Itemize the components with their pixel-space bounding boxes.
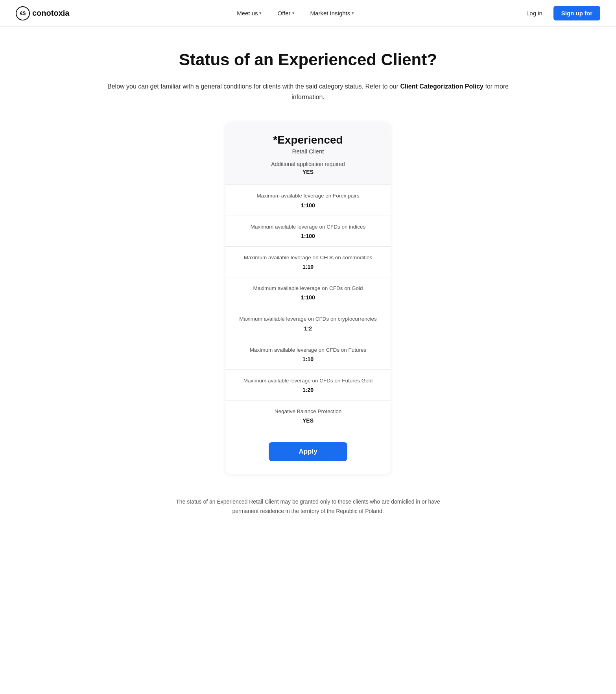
footer-note: The status of an Experienced Retail Clie… bbox=[166, 497, 450, 516]
nav-item-market-insights[interactable]: Market Insights ▾ bbox=[309, 7, 356, 20]
experienced-client-card: *Experienced Retail Client Additional ap… bbox=[225, 122, 391, 474]
leverage-gold-value: 1:100 bbox=[237, 294, 379, 301]
chevron-down-icon: ▾ bbox=[352, 11, 354, 16]
leverage-crypto-value: 1:2 bbox=[237, 325, 379, 332]
leverage-indices-row: Maximum available leverage on CFDs on in… bbox=[225, 216, 391, 247]
nav-item-offer[interactable]: Offer ▾ bbox=[276, 7, 296, 20]
leverage-gold-row: Maximum available leverage on CFDs on Go… bbox=[225, 277, 391, 308]
leverage-futures-label: Maximum available leverage on CFDs on Fu… bbox=[237, 346, 379, 354]
categorization-policy-link[interactable]: Client Categorization Policy bbox=[400, 83, 483, 90]
negative-balance-label: Negative Balance Protection bbox=[237, 408, 379, 415]
card-subtitle: Retail Client bbox=[237, 148, 379, 155]
navbar: €$ conotoxia Meet us ▾ Offer ▾ Market In… bbox=[0, 0, 616, 27]
logo-icon: €$ bbox=[16, 6, 30, 20]
leverage-futures-row: Maximum available leverage on CFDs on Fu… bbox=[225, 339, 391, 370]
card-header: *Experienced Retail Client Additional ap… bbox=[225, 122, 391, 185]
signup-button[interactable]: Sign up for bbox=[553, 6, 600, 20]
leverage-commodities-row: Maximum available leverage on CFDs on co… bbox=[225, 247, 391, 277]
subtitle-before-link: Below you can get familiar with a genera… bbox=[107, 83, 398, 90]
main-content: Status of an Experienced Client? Below y… bbox=[92, 27, 524, 548]
leverage-futures-gold-label: Maximum available leverage on CFDs on Fu… bbox=[237, 377, 379, 385]
logo[interactable]: €$ conotoxia bbox=[16, 6, 69, 20]
logo-text: conotoxia bbox=[32, 9, 69, 18]
leverage-crypto-row: Maximum available leverage on CFDs on cr… bbox=[225, 308, 391, 339]
apply-button[interactable]: Apply bbox=[269, 442, 347, 461]
login-button[interactable]: Log in bbox=[522, 7, 547, 20]
leverage-commodities-label: Maximum available leverage on CFDs on co… bbox=[237, 254, 379, 262]
leverage-commodities-value: 1:10 bbox=[237, 264, 379, 270]
leverage-forex-label: Maximum available leverage on Forex pair… bbox=[237, 192, 379, 200]
nav-item-market-insights-label: Market Insights bbox=[310, 10, 350, 17]
nav-center: Meet us ▾ Offer ▾ Market Insights ▾ bbox=[235, 7, 356, 20]
leverage-crypto-label: Maximum available leverage on CFDs on cr… bbox=[237, 315, 379, 323]
leverage-forex-row: Maximum available leverage on Forex pair… bbox=[225, 185, 391, 216]
card-body: Maximum available leverage on Forex pair… bbox=[225, 185, 391, 431]
leverage-futures-gold-row: Maximum available leverage on CFDs on Fu… bbox=[225, 370, 391, 401]
leverage-forex-value: 1:100 bbox=[237, 202, 379, 209]
card-title: *Experienced bbox=[237, 134, 379, 146]
leverage-futures-value: 1:10 bbox=[237, 356, 379, 362]
additional-application-value: YES bbox=[237, 169, 379, 175]
nav-item-offer-label: Offer bbox=[277, 10, 290, 17]
nav-item-meet-us-label: Meet us bbox=[237, 10, 258, 17]
leverage-indices-value: 1:100 bbox=[237, 233, 379, 239]
nav-item-meet-us[interactable]: Meet us ▾ bbox=[235, 7, 263, 20]
negative-balance-value: YES bbox=[237, 417, 379, 424]
chevron-down-icon: ▾ bbox=[292, 11, 295, 16]
card-footer: Apply bbox=[225, 431, 391, 474]
leverage-futures-gold-value: 1:20 bbox=[237, 387, 379, 393]
negative-balance-row: Negative Balance Protection YES bbox=[225, 401, 391, 431]
page-subtitle: Below you can get familiar with a genera… bbox=[107, 81, 509, 102]
nav-right: Log in Sign up for bbox=[522, 6, 600, 20]
leverage-indices-label: Maximum available leverage on CFDs on in… bbox=[237, 223, 379, 231]
additional-application-label: Additional application required bbox=[237, 161, 379, 167]
chevron-down-icon: ▾ bbox=[259, 11, 262, 16]
page-title: Status of an Experienced Client? bbox=[107, 50, 509, 69]
logo-symbol: €$ bbox=[20, 10, 26, 16]
leverage-gold-label: Maximum available leverage on CFDs on Go… bbox=[237, 284, 379, 292]
